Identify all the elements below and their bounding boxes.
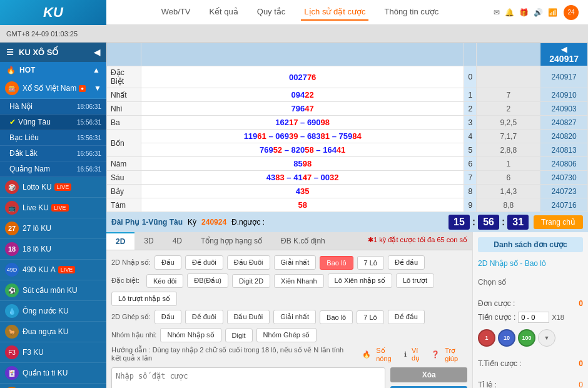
btn-ghep-giainhat[interactable]: Giải nhất <box>273 310 316 324</box>
circle-icon: ℹ <box>404 350 407 359</box>
nav-lich-su[interactable]: Lịch sử đặt cược <box>301 4 368 21</box>
tab-dbkcodinh[interactable]: ĐB K.cố định <box>271 232 335 250</box>
tien-cuoc-input[interactable] <box>518 312 549 323</box>
btn-nhomnhapso[interactable]: Nhóm Nhập số <box>160 328 221 342</box>
trang-chu-button[interactable]: Trang chủ <box>534 215 583 229</box>
period-nav[interactable]: ◀ 240917 <box>540 43 588 66</box>
sidebar-18loku[interactable]: 18 18 lô KU <box>0 239 106 260</box>
sidebar-baclieu[interactable]: Bạc Liêu 15:56:31 <box>0 130 106 146</box>
prev-period-icon[interactable]: ◀ <box>561 45 567 54</box>
xoso-icon: 🎰 <box>5 81 19 95</box>
chip-10[interactable]: 10 <box>498 329 515 347</box>
table-row: Tám 58 9 8,8 240716 <box>107 198 588 212</box>
btn-digit2d[interactable]: Digit 2D <box>232 274 270 288</box>
chip-expand-icon[interactable]: ▼ <box>538 329 555 347</box>
xoso-arrow-icon[interactable]: ▼ <box>94 84 101 93</box>
nums-sau: 4383 – 4147 – 0032 <box>141 171 464 185</box>
volume-icon[interactable]: 🔊 <box>534 8 543 17</box>
ratio-4: 7,1,7 <box>477 130 540 143</box>
2d-ghep-so-label: 2D Ghép số: <box>111 313 151 321</box>
table-row: Năm 8598 6 1 240806 <box>107 157 588 171</box>
btn-ghep-dedau[interactable]: Đề đầu <box>388 310 425 324</box>
btn-dedau[interactable]: Đề đầu <box>388 255 425 270</box>
sidebar-collapse-icon[interactable]: ◀ <box>94 48 100 57</box>
nav-thong-tin[interactable]: Thông tin cược <box>381 4 442 21</box>
bet-textarea[interactable] <box>111 367 385 388</box>
tro-giup-link[interactable]: Trợ giúp <box>445 347 467 362</box>
quangnam-label: Quảng Nam <box>9 165 50 173</box>
nums-nhat: 09422 <box>141 88 464 102</box>
ongnuoc-icon: 💧 <box>5 304 19 318</box>
sidebar-duangua[interactable]: 🐎 Đua ngựa KU <box>0 322 106 342</box>
btn-dbdau[interactable]: ĐB(Đầu) <box>187 273 228 288</box>
bell-icon[interactable]: 🔔 <box>505 8 514 17</box>
sidebar-49dkua[interactable]: 49D 49D KU A LIVE <box>0 260 106 280</box>
btn-lotruotnhapso[interactable]: Lô trượt nhập số <box>111 292 177 306</box>
sidebar-daklak[interactable]: Đắk Lắk 16:56:31 <box>0 146 106 161</box>
btn-loxiennhapso[interactable]: Lô Xiên nhập số <box>328 273 392 288</box>
btn-baolo[interactable]: Bao lô <box>320 256 353 270</box>
dnguoc-label: Đ.ngược : <box>231 218 265 227</box>
nav-ket-qua[interactable]: Kết quả <box>206 4 241 21</box>
chip-100[interactable]: 100 <box>518 329 535 347</box>
gift-icon[interactable]: 🎁 <box>519 8 529 17</box>
so-nong-link[interactable]: Số nóng <box>376 347 399 362</box>
liveku-live-badge: LIVE <box>51 204 69 212</box>
tab-2d[interactable]: 2D <box>106 232 134 250</box>
btn-keodoi[interactable]: Kéo đôi <box>146 274 183 288</box>
btn-xiennhanh[interactable]: Xiên Nhanh <box>274 274 324 288</box>
period-5: 240813 <box>540 143 588 157</box>
tab-3d[interactable]: 3D <box>134 232 163 250</box>
col-ratio-header <box>477 43 540 66</box>
sidebar-sutcau[interactable]: ⚽ Sút cầu môn KU <box>0 280 106 301</box>
countdown-hours: 15 <box>449 215 470 230</box>
2d-nhap-so-label: 2D Nhập số: <box>111 258 151 267</box>
vungtau-label: Vũng Tàu <box>18 118 51 126</box>
sidebar-liveku[interactable]: 📺 Live KU LIVE <box>0 198 106 218</box>
tab-4d[interactable]: 4D <box>163 232 191 250</box>
btn-lotruot[interactable]: Lô trượt <box>396 273 434 288</box>
envelope-icon[interactable]: ✉ <box>494 8 500 17</box>
btn-ghep-deduoi[interactable]: Đề đuôi <box>185 310 223 324</box>
sidebar-quantuti[interactable]: 🃏 Quần tú ti KU <box>0 363 106 384</box>
sidebar-xoso-vietnam[interactable]: 🎰 Xổ Số Việt Nam ● ▼ <box>0 78 106 99</box>
btn-dauduoi[interactable]: Đầu Đuôi <box>227 255 270 270</box>
sidebar-keno[interactable]: 🎯 Keno <box>0 384 106 388</box>
btn-ghep-dau[interactable]: Đầu <box>155 310 181 324</box>
ratio-0 <box>477 66 540 88</box>
sidebar-quangnam[interactable]: Quảng Nam 16:56:31 <box>0 161 106 177</box>
sidebar-27loku[interactable]: 27 27 lô KU <box>0 218 106 239</box>
countdown-minutes: 56 <box>478 215 499 230</box>
sidebar-lottoku[interactable]: 🎲 Lotto KU LIVE <box>0 177 106 198</box>
table-row: Bảy 435 8 1,4,3 240723 <box>107 185 588 198</box>
tab-tonghop[interactable]: Tổng hợp hạng số <box>191 232 271 250</box>
btn-digit[interactable]: Digit <box>225 329 253 342</box>
sidebar-header: ☰ KU XÔ SỐ ◀ <box>0 43 106 62</box>
xoa-button[interactable]: Xóa <box>390 367 467 382</box>
sidebar-f3ku[interactable]: F3 F3 KU <box>0 342 106 363</box>
sidebar-ongnuoc[interactable]: 💧 Ông nước KU <box>0 301 106 322</box>
nav-quy-tac[interactable]: Quy tắc <box>254 4 289 21</box>
hot-arrow-icon[interactable]: ▲ <box>93 66 100 74</box>
btn-deduoi[interactable]: Đề đuôi <box>185 255 223 270</box>
sub-header: GMT+8 24-09 01:03:25 <box>0 25 588 43</box>
period-3: 240827 <box>540 116 588 130</box>
wifi-icon[interactable]: 📶 <box>548 8 557 17</box>
sidebar-vungtau[interactable]: ✔ Vũng Tàu 15:56:31 <box>0 115 106 130</box>
btn-ghep-dauduoi[interactable]: Đầu Đuôi <box>227 310 270 324</box>
t-tien-cuoc-row: T.Tiền cược : 0 <box>478 359 583 368</box>
btn-ghep-7lo[interactable]: 7 Lô <box>357 310 383 324</box>
current-period: 240917 <box>549 54 579 64</box>
sidebar-title: KU XÔ SỐ <box>19 48 58 57</box>
btn-giainhat[interactable]: Giải nhất <box>274 255 317 270</box>
btn-ghep-baolo[interactable]: Bao lô <box>320 310 353 324</box>
sidebar-hanoi[interactable]: Hà Nội 18:06:31 <box>0 99 106 115</box>
btn-nhomghepso[interactable]: Nhóm Ghép số <box>256 328 317 342</box>
btn-7lo[interactable]: 7 Lô <box>357 256 384 270</box>
chip-1[interactable]: 1 <box>478 329 495 347</box>
nav-web-tv[interactable]: Web/TV <box>158 4 194 21</box>
btn-dau[interactable]: Đầu <box>155 255 181 270</box>
vi-du-link[interactable]: Ví dụ <box>412 347 426 362</box>
bet-type-subtitle[interactable]: 2D Nhập số - Bao lô <box>478 259 583 268</box>
header-icons: ✉ 🔔 🎁 🔊 📶 <box>494 8 557 17</box>
